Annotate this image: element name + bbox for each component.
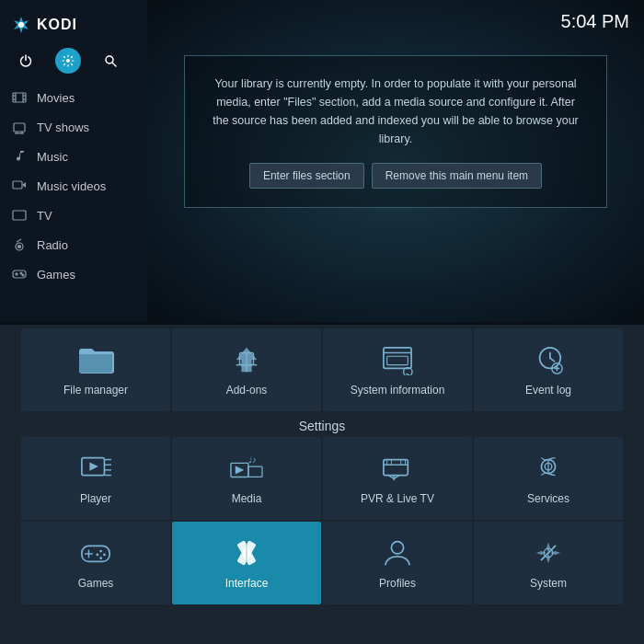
- search-button[interactable]: [98, 48, 123, 74]
- tvshows-icon: [11, 119, 28, 135]
- kodi-title: KODI: [37, 17, 77, 33]
- grid-item-services[interactable]: Services: [474, 437, 623, 520]
- svg-point-64: [103, 553, 106, 556]
- grid-label-profiles: Profiles: [379, 577, 416, 590]
- svg-point-70: [391, 542, 403, 554]
- main-content: 5:04 PM Your library is currently empty.…: [147, 0, 644, 322]
- grid-item-pvr[interactable]: PVR & Live TV: [323, 437, 472, 520]
- svg-point-1: [18, 22, 24, 28]
- settings-button[interactable]: [55, 48, 81, 74]
- nav-label-radio: Radio: [37, 238, 68, 252]
- svg-point-2: [66, 59, 70, 63]
- power-button[interactable]: [13, 48, 39, 74]
- remove-menu-item-button[interactable]: Remove this main menu item: [372, 163, 542, 189]
- nav-item-tvshows[interactable]: TV shows: [0, 112, 147, 142]
- svg-line-36: [550, 358, 555, 362]
- nav-items: Movies TV shows Music: [0, 83, 147, 322]
- svg-point-25: [22, 274, 24, 276]
- grid-label-media: Media: [232, 492, 262, 505]
- svg-line-33: [406, 374, 410, 375]
- grid-item-games-settings[interactable]: Games: [21, 522, 170, 604]
- grid-label-sysinfo: System information: [351, 384, 445, 397]
- grid-label-player: Player: [80, 492, 111, 505]
- system-info-icon: [379, 343, 416, 376]
- settings-icon: [62, 54, 75, 67]
- kodi-header: KODI: [0, 7, 147, 42]
- svg-marker-17: [22, 182, 26, 188]
- time-display: 5:04 PM: [561, 11, 629, 32]
- movies-icon: [11, 89, 28, 106]
- svg-rect-12: [14, 123, 25, 132]
- grid-label-games-settings: Games: [78, 577, 114, 590]
- bottom-section: File manager Add-ons: [0, 325, 644, 644]
- grid-label-pvr: PVR & Live TV: [361, 492, 434, 505]
- top-grid-row: File manager Add-ons: [0, 328, 644, 411]
- svg-text:♩♪: ♩♪: [248, 454, 257, 465]
- kodi-logo-icon: [11, 15, 31, 35]
- power-icon: [19, 54, 32, 67]
- nav-label-games: Games: [37, 268, 75, 282]
- nav-item-radio[interactable]: Radio: [0, 230, 147, 259]
- grid-item-player[interactable]: Player: [21, 437, 170, 520]
- svg-rect-5: [13, 93, 26, 102]
- grid-item-system[interactable]: System: [474, 522, 623, 604]
- nav-item-tv[interactable]: TV: [0, 201, 147, 230]
- games-icon: [11, 266, 28, 282]
- grid-label-eventlog: Event log: [525, 384, 571, 397]
- grid-label-interface: Interface: [225, 577, 269, 590]
- svg-point-63: [99, 550, 102, 553]
- player-icon: [77, 452, 114, 485]
- grid-item-eventlog[interactable]: Event log: [474, 328, 623, 411]
- pvr-icon: [379, 452, 416, 485]
- svg-point-66: [99, 557, 102, 559]
- nav-label-tv: TV: [37, 209, 52, 223]
- event-log-icon: [530, 343, 567, 376]
- library-empty-box: Your library is currently empty. In orde…: [184, 55, 607, 208]
- grid-label-addons: Add-ons: [226, 384, 268, 397]
- settings-label: Settings: [0, 411, 644, 437]
- profiles-icon: [379, 536, 416, 569]
- sidebar-icons-row: [0, 42, 147, 83]
- enter-files-button[interactable]: Enter files section: [249, 163, 364, 189]
- nav-item-games[interactable]: Games: [0, 259, 147, 289]
- grid-item-interface[interactable]: Interface: [172, 522, 321, 604]
- media-icon: ♩♪: [228, 452, 265, 485]
- library-message: Your library is currently empty. In orde…: [207, 75, 584, 148]
- folder-icon: [77, 343, 114, 376]
- addons-icon: [228, 343, 265, 376]
- search-icon: [104, 54, 117, 67]
- nav-item-movies[interactable]: Movies: [0, 83, 147, 112]
- games-ctrl-icon: [77, 536, 114, 569]
- svg-point-20: [18, 246, 21, 248]
- music-icon: [11, 148, 28, 165]
- settings-row-2: Games Interface: [4, 522, 640, 604]
- svg-marker-47: [236, 466, 244, 474]
- grid-label-filemanager: File manager: [63, 384, 128, 397]
- nav-item-music[interactable]: Music: [0, 142, 147, 171]
- nav-label-tvshows: TV shows: [37, 121, 89, 134]
- system-icon: [530, 536, 567, 569]
- tv-icon: [11, 207, 28, 224]
- grid-item-sysinfo[interactable]: System information: [323, 328, 472, 411]
- nav-label-movies: Movies: [37, 91, 75, 105]
- settings-grid: Player ♩♪ Media: [0, 437, 644, 604]
- nav-item-musicvideos[interactable]: Music videos: [0, 171, 147, 201]
- settings-row-1: Player ♩♪ Media: [4, 437, 640, 520]
- interface-icon: [228, 536, 265, 569]
- top-section: KODI: [0, 0, 644, 322]
- grid-item-addons[interactable]: Add-ons: [172, 328, 321, 411]
- library-buttons: Enter files section Remove this main men…: [207, 163, 584, 189]
- svg-marker-41: [89, 462, 98, 470]
- grid-item-filemanager[interactable]: File manager: [21, 328, 170, 411]
- grid-item-media[interactable]: ♩♪ Media: [172, 437, 321, 520]
- radio-icon: [11, 236, 28, 253]
- svg-rect-18: [13, 211, 26, 220]
- sidebar: KODI: [0, 0, 147, 322]
- grid-label-services: Services: [527, 492, 569, 505]
- svg-rect-31: [387, 356, 408, 364]
- svg-rect-49: [248, 466, 262, 477]
- grid-item-profiles[interactable]: Profiles: [323, 522, 472, 604]
- svg-rect-16: [13, 181, 22, 189]
- nav-label-musicvideos: Music videos: [37, 179, 106, 193]
- grid-label-system: System: [530, 577, 567, 590]
